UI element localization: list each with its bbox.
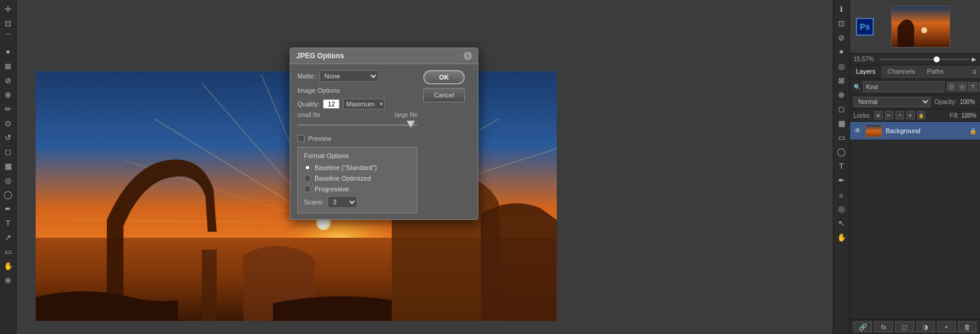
quality-slider[interactable] [297, 119, 417, 131]
settings-icon[interactable]: ✦ [835, 45, 848, 58]
left-toolbar: ✛ ⊡ ⌒ ✦ ⊠ ⊘ ⊕ ✏ ⊙ ↺ ◻ ▦ ◎ ◯ ✒ T ↗ ▭ ✋ ⊕ [0, 0, 17, 334]
right-toolbar: ℹ ⊡ ⊘ ✦ ◎ ⊠ ⊕ ◻ ▦ ▭ ◯ T ✒ ▵ ◎ ↖ ✋ [833, 0, 849, 334]
layer-mask-button[interactable]: ◻ [895, 322, 914, 332]
lock-paint-icon[interactable]: ✏ [885, 111, 893, 119]
progressive-row: Progressive [304, 185, 411, 193]
brush-tool[interactable]: ✏ [2, 102, 15, 115]
ok-button[interactable]: OK [423, 70, 465, 84]
lock-move-icon[interactable]: ✛ [906, 111, 915, 119]
magic-wand-tool[interactable]: ✦ [2, 45, 15, 58]
format-options-title: Format Options [304, 152, 411, 159]
layer-lock-icon: 🔒 [969, 128, 976, 134]
transform-icon[interactable]: ⊠ [835, 74, 848, 87]
neural-filters-icon[interactable]: ◯ [835, 145, 848, 158]
panel-thumbnail-area: Ps [850, 0, 980, 53]
marquee-icon[interactable]: ⊡ [835, 17, 848, 30]
main-area: JPEG Options × Matte: None [17, 0, 833, 334]
baseline-standard-label: Baseline ("Standard") [315, 164, 377, 171]
scans-label: Scans: [304, 198, 324, 206]
preview-row: Preview [297, 135, 417, 142]
layers-search-input[interactable] [863, 81, 944, 92]
zoom-bar: 15.57% ▶ [850, 53, 980, 65]
fill-label: Fill: [950, 112, 959, 119]
baseline-optimized-radio[interactable] [304, 175, 311, 182]
options-icon[interactable]: ⊘ [835, 31, 848, 44]
scans-row: Scans: 3 4 5 [304, 196, 411, 208]
content-aware-icon[interactable]: ⊕ [835, 88, 848, 101]
dialog-title: JPEG Options [296, 52, 344, 60]
gradient-tool[interactable]: ▦ [2, 159, 15, 172]
sky-replace-icon[interactable]: ▭ [835, 131, 848, 144]
vector-icon[interactable]: ✒ [835, 174, 848, 187]
svg-point-16 [921, 27, 927, 33]
blur-tool[interactable]: ◎ [2, 174, 15, 187]
opacity-value: 100% [960, 99, 976, 105]
cancel-button[interactable]: Cancel [423, 88, 465, 102]
shape-tool[interactable]: ▭ [2, 245, 15, 258]
link-layers-button[interactable]: 🔗 [854, 322, 872, 332]
path-selection-tool[interactable]: ↗ [2, 231, 15, 244]
blend-mode-select[interactable]: Normal [854, 97, 931, 107]
panel-menu-button[interactable]: ≡ [969, 65, 980, 78]
layer-visibility-toggle[interactable]: 👁 [854, 127, 862, 135]
move-tool[interactable]: ✛ [2, 2, 15, 15]
lasso-tool[interactable]: ⌒ [2, 31, 15, 44]
select-subject-icon[interactable]: ▦ [835, 116, 848, 130]
eyedropper-tool[interactable]: ⊘ [2, 74, 15, 87]
format-options-section: Format Options Baseline ("Standard") Bas… [297, 147, 417, 213]
delete-layer-button[interactable]: 🗑 [958, 322, 976, 332]
quality-row: Quality: Maximum [297, 99, 417, 109]
heal-tool[interactable]: ⊕ [2, 88, 15, 101]
quality-select[interactable]: Maximum [343, 99, 385, 109]
tab-paths[interactable]: Paths [921, 65, 950, 78]
document-thumbnail [891, 6, 950, 48]
pan-icon[interactable]: ✋ [835, 231, 848, 244]
triangle-icon[interactable]: ▵ [835, 188, 848, 201]
scans-select[interactable]: 3 4 5 [328, 196, 357, 208]
brush-settings-icon[interactable]: ◻ [835, 102, 848, 115]
hand-tool[interactable]: ✋ [2, 259, 15, 272]
zoom-tool[interactable]: ⊕ [2, 273, 15, 286]
tab-layers[interactable]: Layers [850, 65, 881, 78]
adjustments-icon[interactable]: ◎ [835, 59, 848, 73]
lock-artboard-icon[interactable]: ↗ [896, 111, 904, 119]
matte-select[interactable]: None [319, 70, 379, 82]
type-tool[interactable]: T [2, 216, 15, 229]
dodge-tool[interactable]: ◯ [2, 188, 15, 201]
dialog-titlebar: JPEG Options × [290, 48, 478, 64]
filter-pixel-icon[interactable]: ⊡ [947, 82, 956, 92]
cursor-icon[interactable]: ↖ [835, 216, 848, 229]
quality-label: Quality: [297, 100, 319, 108]
info-icon[interactable]: ℹ [835, 2, 848, 15]
pen-tool[interactable]: ✒ [2, 202, 15, 215]
filter-type-icon[interactable]: T [968, 82, 978, 92]
lock-position-icon[interactable]: ⊕ [874, 111, 883, 119]
zoom-slider[interactable] [880, 59, 969, 60]
artboard-tool[interactable]: ⊡ [2, 17, 15, 30]
baseline-optimized-row: Baseline Optimized [304, 175, 411, 182]
layer-name: Background [886, 127, 966, 134]
dialog-close-button[interactable]: × [464, 52, 472, 60]
preview-checkbox[interactable] [297, 135, 305, 142]
dialog-body: Matte: None Image Options Quality: [290, 64, 478, 219]
progressive-radio[interactable] [304, 185, 311, 193]
filter-adjust-icon[interactable]: ◎ [957, 82, 967, 92]
tab-channels[interactable]: Channels [881, 65, 921, 78]
crop-tool[interactable]: ⊠ [2, 59, 15, 73]
quality-select-wrap: Maximum [343, 99, 385, 109]
text-options-icon[interactable]: T [835, 159, 848, 172]
layer-style-button[interactable]: fx [874, 322, 893, 332]
new-layer-button[interactable]: + [937, 322, 956, 332]
liquefy-icon[interactable]: ◎ [835, 202, 848, 215]
layers-search-icons: ⊡ ◎ T ▭ ✦ [947, 82, 980, 92]
layers-panel: Layers Channels Paths ≡ 🔍 ⊡ ◎ T ▭ ✦ Norm… [850, 65, 980, 334]
history-brush-tool[interactable]: ↺ [2, 131, 15, 144]
eraser-tool[interactable]: ◻ [2, 145, 15, 158]
new-fill-layer-button[interactable]: ◑ [916, 322, 935, 332]
quality-input[interactable] [323, 99, 340, 109]
baseline-standard-radio[interactable] [304, 164, 311, 171]
lock-all-icon[interactable]: 🔒 [917, 111, 925, 119]
layer-background[interactable]: 👁 Background 🔒 [850, 122, 980, 140]
clone-stamp-tool[interactable]: ⊙ [2, 116, 15, 130]
search-icon: 🔍 [854, 84, 861, 90]
